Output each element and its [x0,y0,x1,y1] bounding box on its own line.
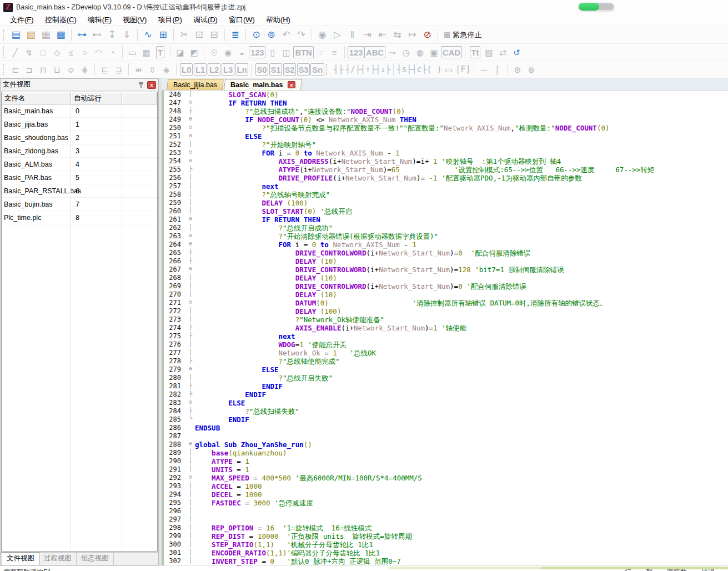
fold-marker-icon[interactable]: ⊖ [186,266,195,274]
panel-tab-0[interactable]: 文件视图 [2,552,39,565]
pause-button[interactable]: ‖ [345,28,360,42]
distribute-vertical-button[interactable]: ⇳ [145,63,159,76]
fold-marker-icon[interactable]: ⊖ [186,365,195,374]
file-preview-button[interactable]: ⊚ [264,28,279,42]
ladder-hline-button[interactable]: ─ [477,63,491,76]
panel-tab-2[interactable]: 组态视图 [77,553,114,565]
status-1-button[interactable]: S1 [269,63,283,76]
menu-item-6[interactable]: 窗口(W) [223,14,260,26]
status-n-button[interactable]: Sn [310,63,324,76]
oscilloscope-button[interactable]: ∿ [140,28,155,42]
fold-marker-icon[interactable]: ⊖ [186,132,195,141]
ladder-delete-branch-button[interactable]: ⊗ [525,63,539,76]
copy-button[interactable]: ⊡ [192,28,207,42]
column-filename[interactable]: 文件名 [2,92,71,104]
file-row[interactable]: Basic_main.bas0 [2,104,157,118]
list-tool[interactable]: ≡ [328,46,342,59]
fold-marker-icon[interactable]: ⊖ [186,241,195,249]
meter-tool[interactable]: ◒ [235,46,249,59]
fold-marker-icon[interactable]: ⊖ [186,149,195,157]
draw-circle-tool[interactable]: ○ [78,46,92,59]
draw-rect-tool[interactable]: □ [36,46,50,59]
menu-item-0[interactable]: 文件(F) [4,14,39,26]
node-tool[interactable]: ⊸ [385,46,399,59]
panel-close-button[interactable]: x [147,81,156,89]
pin-icon[interactable] [138,81,144,88]
cut-button[interactable]: ✂ [177,28,192,42]
status-3-button[interactable]: S3 [297,63,310,76]
menu-item-2[interactable]: 编辑(E) [82,14,117,26]
text-input-tool[interactable]: ABC [364,46,385,59]
hand-tool[interactable]: ↺ [510,46,524,59]
counter-tool[interactable]: 123 [249,46,265,59]
open-file-button[interactable]: ▧ [23,28,38,42]
code-area[interactable]: 246│ SLOT_SCAN(0)247⊖ IF RETURN THEN248├… [162,91,728,565]
menu-item-7[interactable]: 帮助(H) [260,14,296,26]
redo-button[interactable]: ↷ [294,28,309,42]
align-right-button[interactable]: ⊐ [22,63,36,76]
fold-marker-icon[interactable]: ⊖ [186,474,195,482]
status-2-button[interactable]: S2 [283,63,297,76]
compile-download-button[interactable]: ◉ [315,28,330,42]
scrollbar-thumb[interactable] [389,567,541,569]
stop-debug-button[interactable]: ⊘ [420,28,435,42]
new-file-button[interactable]: ▤ [8,28,23,42]
fold-marker-icon[interactable]: ⊖ [186,216,195,224]
draw-polyline-tool[interactable]: ↯ [22,46,36,59]
file-row[interactable]: Basic_bujin.bas7 [2,198,157,211]
file-row[interactable]: Plc_time.plc8 [2,211,157,224]
align-left-button[interactable]: ⊏ [8,63,22,76]
ladder-vline-button[interactable]: │ [491,63,505,76]
bus-state-button[interactable]: ⊞ [155,28,170,42]
run-to-cursor-button[interactable]: ↦ [405,28,420,42]
print-button[interactable]: ≣ [228,28,243,42]
download-ram-button[interactable]: ↧ [104,28,119,42]
fold-marker-icon[interactable]: ⊖ [186,299,195,307]
center-horizontal-button[interactable]: ≎ [64,63,78,76]
tab-close-button[interactable]: x [288,81,295,88]
layer-2-button[interactable]: L2 [207,63,221,76]
file-row[interactable]: Basic_jijia.bas1 [2,118,157,131]
save-button[interactable]: ▦ [38,28,53,42]
layer-n-button[interactable]: Ln [235,63,249,76]
draw-curve-tool[interactable]: ≤ [64,46,78,59]
file-row[interactable]: Basic_zidong.bas3 [2,144,157,158]
cad-tool[interactable]: CAD [441,46,462,59]
ladder-coil-button[interactable]: ( ) [426,63,441,76]
layer-1-button[interactable]: L1 [193,63,207,76]
ladder-function-button[interactable]: [F] [456,63,471,76]
download-rom-button[interactable]: ⇓ [119,28,134,42]
step-into-button[interactable]: ⇥ [360,28,375,42]
file-row[interactable]: Basic_shoudong.bas2 [2,131,157,144]
step-over-button[interactable]: ⇤ [375,28,390,42]
panel-tab-1[interactable]: 过程视图 [39,553,77,565]
grid-button[interactable]: ◈ [159,63,173,76]
file-row[interactable]: Basic_ALM.bas4 [2,158,157,171]
ladder-rising-contact-button[interactable]: ┤↑├ [360,63,375,76]
fold-marker-icon[interactable]: ⊖ [186,232,195,241]
ladder-delete-button[interactable]: ⊛ [511,63,525,76]
editor-tab-1[interactable]: Basic_main.basx [224,79,302,90]
button-tool[interactable]: BTN [293,46,313,59]
undo-button[interactable]: ↶ [279,28,294,42]
swap-tool[interactable]: ⇄ [496,46,510,59]
layer-0-button[interactable]: L0 [179,63,193,76]
menu-item-4[interactable]: 项目(P) [152,14,187,26]
run-button[interactable]: ▷ [330,28,345,42]
save-screen-tool[interactable]: ▣ [427,46,441,59]
number-input-tool[interactable]: 123 [348,46,364,59]
fold-marker-icon[interactable]: ⊖ [186,399,195,407]
ruler-tool[interactable]: ▭ [125,46,139,59]
menu-item-1[interactable]: 控制器(C) [39,14,82,26]
tile-tool[interactable]: ◫ [279,46,293,59]
fold-marker-icon[interactable]: ⊖ [186,157,195,166]
touch-tool[interactable]: ☞ [314,46,328,59]
ladder-set-contact-button[interactable]: ┤s├ [396,63,411,76]
status-0-button[interactable]: S0 [255,63,269,76]
ladder-open-contact-button[interactable]: ┤├ [332,63,345,76]
distribute-horizontal-button[interactable]: ⇹ [132,63,145,76]
same-width-button[interactable]: ⊑ [98,63,112,76]
fold-marker-icon[interactable]: ⊖ [186,440,195,449]
menu-item-5[interactable]: 调试(D) [188,14,223,26]
image-tool[interactable]: ◪ [173,46,187,59]
